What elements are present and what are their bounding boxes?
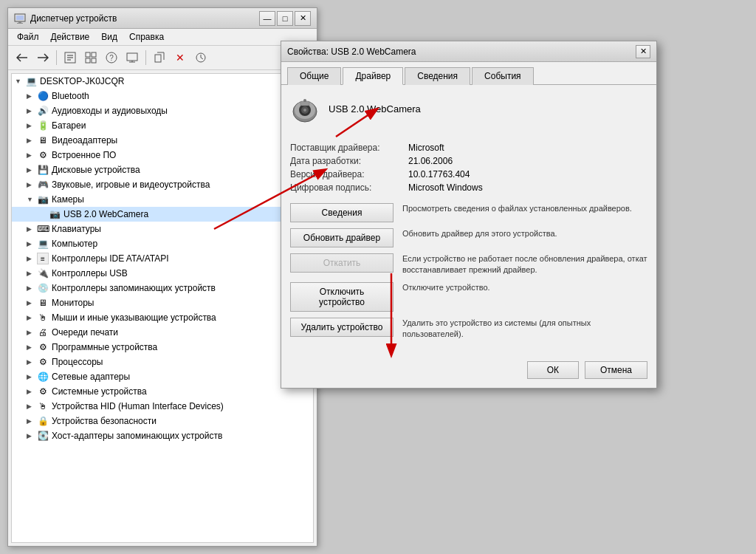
btn-cancel[interactable]: Отмена: [585, 361, 647, 379]
menu-action[interactable]: Действие: [45, 30, 96, 44]
tree-item-webcamera[interactable]: 📷 USB 2.0 WebCamera: [12, 207, 313, 222]
label-audio: Аудиовходы и аудиовыходы: [52, 106, 168, 116]
tree-item-root[interactable]: ▼ 💻 DESKTOP-JK0JCQR: [12, 74, 313, 89]
forward-button[interactable]: [33, 49, 52, 66]
help-button[interactable]: ?: [102, 49, 121, 66]
icon-hid: 🖱: [37, 400, 49, 412]
tree-item-mice[interactable]: ▶ 🖱 Мыши и иные указывающие устройства: [12, 310, 313, 325]
expand-sound: ▶: [27, 181, 37, 188]
tree-item-hostadapters[interactable]: ▶ 💽 Хост-адаптеры запоминающих устройств: [12, 428, 313, 443]
tree-item-usb[interactable]: ▶ 🔌 Контроллеры USB: [12, 266, 313, 281]
btn-update[interactable]: Обновить драйвер: [290, 228, 394, 247]
label-batteries: Батареи: [52, 120, 86, 131]
icon-cpu: ⚙: [37, 356, 49, 368]
btn-details[interactable]: Сведения: [290, 203, 394, 222]
tree-item-video[interactable]: ▶ 🖥 Видеоадаптеры: [12, 133, 313, 148]
tree-item-security[interactable]: ▶ 🔒 Устройства безопасности: [12, 414, 313, 428]
info-value-3: Microsoft Windows: [408, 182, 483, 193]
action-row-2: Откатить Если устройство не работает пос…: [290, 253, 647, 276]
label-security: Устройства безопасности: [52, 416, 157, 426]
menu-view[interactable]: Вид: [95, 30, 123, 44]
svg-rect-10: [86, 58, 90, 63]
expand-video: ▶: [27, 137, 37, 144]
device-icon: [290, 94, 320, 123]
dialog-tab-bar: Общие Драйвер Сведения События: [281, 62, 656, 84]
label-monitors: Мониторы: [52, 298, 94, 308]
desc-disable: Отключите устройство.: [402, 282, 647, 293]
svg-rect-2: [18, 21, 21, 23]
scan-button[interactable]: [191, 49, 210, 66]
menu-file[interactable]: Файл: [11, 30, 45, 44]
tree-item-cameras[interactable]: ▼ 📷 Камеры: [12, 192, 313, 207]
tree-item-computer[interactable]: ▶ 💻 Компьютер: [12, 236, 313, 251]
tab-general[interactable]: Общие: [287, 67, 341, 85]
desc-uninstall: Удалить это устройство из системы (для о…: [402, 318, 647, 341]
tab-events[interactable]: События: [472, 67, 534, 85]
device-tree[interactable]: ▼ 💻 DESKTOP-JK0JCQR ▶ 🔵 Bluetooth ▶ 🔊 Ау…: [11, 73, 314, 543]
svg-rect-14: [127, 53, 137, 61]
tree-item-sound[interactable]: ▶ 🎮 Звуковые, игровые и видеоустройства: [12, 177, 313, 192]
tree-item-batteries[interactable]: ▶ 🔋 Батареи: [12, 118, 313, 133]
toolbar-separator-1: [56, 50, 57, 65]
back-button[interactable]: [13, 49, 32, 66]
svg-rect-3: [17, 23, 23, 24]
icon-webcamera: 📷: [49, 208, 61, 220]
info-label-2: Версия драйвера:: [290, 169, 408, 179]
tree-item-software[interactable]: ▶ ⚙ Программные устройства: [12, 340, 313, 355]
icon-sound: 🎮: [37, 179, 49, 191]
maximize-button[interactable]: □: [277, 11, 293, 26]
svg-point-25: [303, 99, 306, 102]
tree-item-keyboards[interactable]: ▶ ⌨ Клавиатуры: [12, 222, 313, 236]
tree-item-disk[interactable]: ▶ 💾 Дисковые устройства: [12, 163, 313, 177]
title-bar-controls: — □ ✕: [259, 11, 311, 26]
tree-item-firmware[interactable]: ▶ ⚙ Встроенное ПО: [12, 148, 313, 163]
icon-batteries: 🔋: [37, 120, 49, 131]
tree-item-cpu[interactable]: ▶ ⚙ Процессоры: [12, 355, 313, 369]
tab-details[interactable]: Сведения: [405, 67, 470, 85]
icon-security: 🔒: [37, 415, 49, 427]
expand-cpu: ▶: [27, 358, 37, 366]
tree-item-storage[interactable]: ▶ 💿 Контроллеры запоминающих устройств: [12, 281, 313, 295]
icon-network: 🌐: [37, 371, 49, 383]
btn-disable[interactable]: Отключить устройство: [290, 282, 394, 312]
tree-item-print[interactable]: ▶ 🖨 Очереди печати: [12, 325, 313, 340]
expand-hostadapters: ▶: [27, 432, 37, 440]
btn-ok[interactable]: ОК: [527, 361, 579, 379]
main-title-bar: Диспетчер устройств — □ ✕: [8, 8, 317, 29]
expand-button[interactable]: [81, 49, 100, 66]
update-driver-button[interactable]: [150, 49, 169, 66]
toolbar: ? ✕: [8, 46, 317, 70]
tree-item-network[interactable]: ▶ 🌐 Сетевые адаптеры: [12, 369, 313, 384]
label-root: DESKTOP-JK0JCQR: [40, 76, 124, 86]
btn-uninstall[interactable]: Удалить устройство: [290, 318, 394, 337]
icon-cameras: 📷: [37, 194, 49, 205]
tree-item-hid[interactable]: ▶ 🖱 Устройства HID (Human Interface Devi…: [12, 399, 313, 414]
desc-details: Просмотреть сведения о файлах установлен…: [402, 203, 647, 214]
tree-item-monitors[interactable]: ▶ 🖥 Мониторы: [12, 295, 313, 310]
tree-item-audio[interactable]: ▶ 🔊 Аудиовходы и аудиовыходы: [12, 103, 313, 118]
dialog-close-button[interactable]: ✕: [636, 45, 650, 58]
label-hostadapters: Хост-адаптеры запоминающих устройств: [52, 431, 222, 441]
tree-item-system[interactable]: ▶ ⚙ Системные устройства: [12, 384, 313, 399]
icon-hostadapters: 💽: [37, 430, 49, 442]
icon-usb: 🔌: [37, 267, 49, 279]
expand-software: ▶: [27, 343, 37, 351]
info-row-1: Дата разработки: 21.06.2006: [290, 154, 647, 168]
label-print: Очереди печати: [52, 327, 118, 338]
close-button[interactable]: ✕: [295, 11, 311, 26]
tree-item-bluetooth[interactable]: ▶ 🔵 Bluetooth: [12, 89, 313, 103]
minimize-button[interactable]: —: [259, 11, 275, 26]
svg-rect-1: [16, 16, 24, 20]
icon-keyboards: ⌨: [37, 223, 49, 235]
device-view-button[interactable]: [123, 49, 142, 66]
tree-item-ide[interactable]: ▶ ≡ Контроллеры IDE ATA/ATAPI: [12, 251, 313, 266]
tab-driver[interactable]: Драйвер: [343, 67, 403, 85]
properties-button[interactable]: [61, 49, 80, 66]
btn-rollback[interactable]: Откатить: [290, 253, 394, 273]
uninstall-button[interactable]: ✕: [171, 49, 190, 66]
icon-print: 🖨: [37, 326, 49, 338]
action-row-1: Обновить драйвер Обновить драйвер для эт…: [290, 228, 647, 247]
icon-video: 🖥: [37, 134, 49, 146]
menu-help[interactable]: Справка: [123, 30, 170, 44]
expand-hid: ▶: [27, 403, 37, 410]
